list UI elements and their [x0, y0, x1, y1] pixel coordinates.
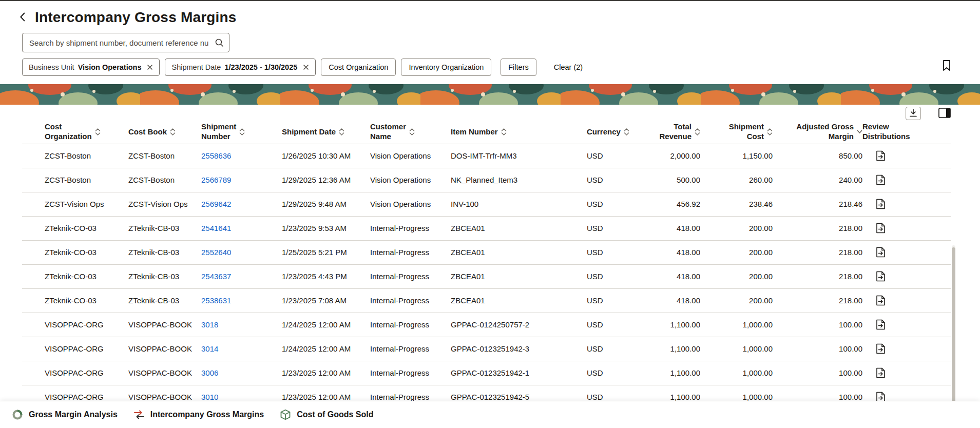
sort-toggle-icon[interactable]: [767, 128, 773, 136]
filter-bar: Business Unit Vision Operations Shipment…: [0, 59, 980, 76]
shipment-number-link[interactable]: 2558636: [201, 151, 231, 160]
review-distributions-icon[interactable]: [876, 367, 886, 378]
shipment-cost-cell: 200.00: [700, 240, 773, 264]
column-header-cost-org[interactable]: CostOrganization: [22, 120, 128, 144]
item-number-cell: GPPAC-0123251942-1: [451, 361, 587, 385]
back-button[interactable]: [15, 10, 31, 25]
review-distributions-icon[interactable]: [876, 174, 886, 185]
cost-organization-button[interactable]: Cost Organization: [321, 59, 396, 76]
item-number-cell: NK_Planned_Item3: [451, 168, 587, 192]
search-row: [0, 33, 980, 52]
currency-cell: USD: [587, 288, 643, 313]
cost-org-cell: ZTeknik-CO-03: [22, 264, 128, 288]
bottom-tab-intercompany-gross-margins[interactable]: Intercompany Gross Margins: [133, 408, 264, 421]
review-cell: [862, 264, 951, 288]
search-input[interactable]: [22, 33, 229, 52]
item-number-cell: ZBCEA01: [451, 264, 587, 288]
column-header-shipment-number[interactable]: ShipmentNumber: [201, 120, 282, 144]
chip-value: Vision Operations: [78, 63, 142, 71]
review-distributions-icon[interactable]: [876, 271, 886, 282]
shipment-number-link[interactable]: 2538631: [201, 296, 231, 305]
shipment-cost-cell: 1,150.00: [700, 144, 773, 168]
shipment-number-link[interactable]: 3018: [201, 320, 218, 329]
review-distributions-icon[interactable]: [876, 247, 886, 258]
tab-label: Gross Margin Analysis: [29, 410, 118, 419]
shipment-number-cell: 3006: [201, 361, 282, 385]
shipment-number-link[interactable]: 2541641: [201, 224, 231, 232]
close-icon[interactable]: [146, 63, 154, 71]
cost-org-cell: ZCST-Boston: [22, 144, 128, 168]
column-header-adjusted-gross-margin[interactable]: Adjusted GrossMargin: [773, 120, 862, 144]
table-body: ZCST-BostonZCST-Boston25586361/26/2025 1…: [22, 144, 951, 409]
review-distributions-icon[interactable]: [876, 319, 886, 330]
shipment-date-cell: 1/23/2025 7:08 AM: [282, 288, 370, 313]
cost-org-cell: VISOPPAC-ORG: [22, 361, 128, 385]
close-icon[interactable]: [302, 63, 310, 71]
column-header-shipment-cost[interactable]: ShipmentCost: [700, 120, 773, 144]
item-number-cell: GPPAC-0124250757-2: [451, 313, 587, 337]
column-header-item-number[interactable]: Item Number: [451, 120, 587, 144]
side-panel-toggle-button[interactable]: [938, 108, 951, 120]
sort-toggle-icon[interactable]: [239, 128, 245, 136]
item-number-cell: ZBCEA01: [451, 240, 587, 264]
column-label: ShipmentCost: [729, 122, 764, 141]
sort-toggle-icon[interactable]: [95, 128, 101, 136]
sort-toggle-icon[interactable]: [339, 128, 344, 136]
customer-name-cell: Vision Operations: [370, 168, 451, 192]
sort-toggle-icon[interactable]: [624, 128, 629, 136]
sort-toggle-icon[interactable]: [501, 128, 507, 136]
clear-filters-button[interactable]: Clear (2): [554, 63, 583, 71]
customer-name-cell: Internal-Progress: [370, 313, 451, 337]
currency-cell: USD: [587, 144, 643, 168]
shipment-date-cell: 1/29/2025 12:36 AM: [282, 168, 370, 192]
column-header-shipment-date[interactable]: Shipment Date: [282, 120, 370, 144]
total-revenue-cell: 418.00: [643, 240, 700, 264]
cost-book-cell: ZTeknik-CB-03: [128, 216, 201, 240]
shipment-number-link[interactable]: 2543637: [201, 272, 231, 281]
column-header-customer-name[interactable]: CustomerName: [370, 120, 451, 144]
shipment-date-cell: 1/25/2025 5:21 PM: [282, 240, 370, 264]
shipment-number-link[interactable]: 2566789: [201, 176, 231, 184]
gross-margins-table: CostOrganizationCost BookShipmentNumberS…: [22, 120, 951, 410]
title-row: Intercompany Gross Margins: [0, 1, 980, 28]
review-distributions-icon[interactable]: [876, 150, 886, 161]
scrollbar-thumb[interactable]: [952, 247, 955, 417]
download-button[interactable]: [906, 107, 921, 120]
column-header-cost-book[interactable]: Cost Book: [128, 120, 201, 144]
shipment-cost-cell: 200.00: [700, 264, 773, 288]
review-distributions-icon[interactable]: [876, 223, 886, 234]
column-label: CustomerName: [370, 122, 406, 141]
shipment-number-cell: 3014: [201, 337, 282, 361]
package-icon: [279, 408, 292, 421]
bottom-tab-cost-of-goods-sold[interactable]: Cost of Goods Sold: [279, 408, 373, 421]
bottom-tab-gross-margin-analysis[interactable]: Gross Margin Analysis: [11, 408, 118, 421]
filters-button[interactable]: Filters: [501, 59, 536, 76]
currency-cell: USD: [587, 264, 643, 288]
inventory-organization-button[interactable]: Inventory Organization: [401, 59, 491, 76]
table-row: ZCST-BostonZCST-Boston25586361/26/2025 1…: [22, 144, 951, 168]
shipment-number-link[interactable]: 3006: [201, 368, 218, 377]
adjusted-gross-margin-cell: 850.00: [773, 144, 862, 168]
review-cell: [862, 168, 951, 192]
shipment-number-link[interactable]: 3014: [201, 344, 218, 353]
table-row: ZTeknik-CO-03ZTeknik-CB-0325416411/23/20…: [22, 216, 951, 240]
adjusted-gross-margin-cell: 218.00: [773, 288, 862, 313]
bookmark-button[interactable]: [941, 60, 952, 73]
currency-cell: USD: [587, 337, 643, 361]
review-distributions-icon[interactable]: [876, 295, 886, 306]
shipment-number-link[interactable]: 2569642: [201, 200, 231, 208]
shipment-cost-cell: 1,000.00: [700, 313, 773, 337]
sort-toggle-icon[interactable]: [170, 128, 176, 136]
review-distributions-icon[interactable]: [876, 199, 886, 209]
column-header-currency[interactable]: Currency: [587, 120, 643, 144]
sort-toggle-icon[interactable]: [695, 128, 700, 136]
search-icon[interactable]: [215, 38, 224, 49]
bookmark-icon: [941, 65, 952, 73]
sort-descending-icon[interactable]: [857, 130, 862, 134]
column-header-total-revenue[interactable]: TotalRevenue: [643, 120, 700, 144]
shipment-number-link[interactable]: 2552640: [201, 248, 231, 257]
review-distributions-icon[interactable]: [876, 343, 886, 354]
sort-toggle-icon[interactable]: [409, 128, 415, 136]
shipment-number-link[interactable]: 3010: [201, 393, 218, 401]
total-revenue-cell: 418.00: [643, 264, 700, 288]
